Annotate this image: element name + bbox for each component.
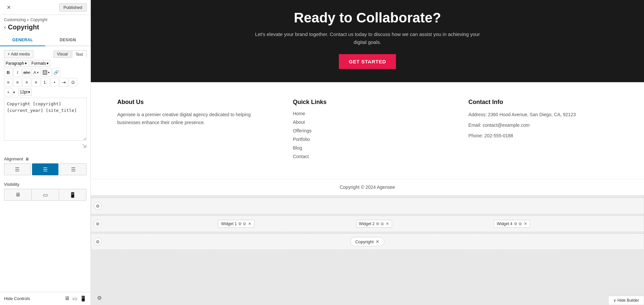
widget-2-close-icon[interactable]: ✕ bbox=[386, 221, 389, 226]
copyright-pill-close-icon[interactable]: ✕ bbox=[376, 239, 379, 244]
list-item: About bbox=[293, 119, 442, 125]
add-media-button[interactable]: + Add media bbox=[4, 50, 33, 58]
visibility-label-text: Visibility bbox=[4, 182, 19, 187]
published-button[interactable]: Published bbox=[59, 3, 87, 12]
widget-1-gear-icon[interactable]: ⚙ bbox=[238, 221, 242, 226]
footer-link-home[interactable]: Home bbox=[293, 111, 305, 116]
paragraph-arrow-icon: ▾ bbox=[25, 61, 27, 66]
footer-link-offerings[interactable]: Offerings bbox=[293, 128, 312, 133]
builder-copyright-row: ⚙ Copyright ✕ bbox=[91, 233, 644, 250]
ordered-list-button[interactable]: 1. bbox=[41, 78, 50, 86]
visibility-buttons: 🖥 ▭ 📱 bbox=[0, 189, 90, 204]
right-panel: Ready to Collaborate? Let's elevate your… bbox=[91, 0, 644, 305]
formats-select[interactable]: Formats ▾ bbox=[30, 60, 50, 67]
add-row-button[interactable]: + bbox=[4, 88, 13, 96]
align-left-option[interactable]: ☰ bbox=[4, 163, 31, 175]
panel-tabs: GENERAL DESIGN bbox=[0, 34, 90, 46]
footer-bottom: Copyright © 2024 Agensee bbox=[91, 179, 644, 195]
footer-links-list: Home About Offerings Portfolio Blog Cont… bbox=[293, 111, 442, 159]
alignment-buttons: ☰ ☰ ☰ bbox=[0, 163, 90, 179]
formats-arrow-icon: ▾ bbox=[47, 61, 49, 66]
align-justify-button[interactable]: ≡ bbox=[32, 78, 40, 86]
get-started-button[interactable]: GET STARTED bbox=[339, 54, 396, 69]
panel-title-row: ‹ Copyright bbox=[0, 23, 90, 34]
footer-link-about[interactable]: About bbox=[293, 119, 305, 125]
widget-2-duplicate-icon[interactable]: ⧉ bbox=[381, 221, 384, 226]
footer-about-text: Agensee is a premier creative digital ag… bbox=[117, 111, 267, 127]
widget-4-gear-icon[interactable]: ⚙ bbox=[514, 221, 518, 226]
list-item: Offerings bbox=[293, 128, 442, 133]
align-center-option[interactable]: ☰ bbox=[32, 163, 59, 175]
vis-tablet-button[interactable]: ▭ bbox=[31, 189, 59, 201]
builder-copyright-gear[interactable]: ⚙ bbox=[94, 238, 102, 246]
panel-title-text: Copyright bbox=[8, 23, 39, 31]
indent-button[interactable]: ⇥ bbox=[59, 78, 68, 86]
builder-row-2-gear[interactable]: ⚙ bbox=[94, 220, 102, 228]
footer-col-links: Quick Links Home About Offerings Portfol… bbox=[293, 99, 442, 162]
link-button[interactable]: 🔗 bbox=[52, 68, 60, 77]
widget-2-gear-icon[interactable]: ⚙ bbox=[376, 221, 379, 226]
widget-1-close-icon[interactable]: ✕ bbox=[248, 221, 251, 226]
widget-1-duplicate-icon[interactable]: ⧉ bbox=[243, 221, 246, 226]
font-color-button[interactable]: A▾ bbox=[32, 68, 40, 77]
hide-builder-button[interactable]: ∨ Hide Builder bbox=[608, 296, 644, 305]
special-chars-button[interactable]: Ω bbox=[69, 78, 77, 86]
tab-design[interactable]: DESIGN bbox=[45, 34, 90, 46]
align-center-button[interactable]: ≡ bbox=[13, 78, 22, 86]
highlight-color-button[interactable]: A▾ bbox=[41, 68, 52, 77]
bottom-bar: Hide Controls 🖥 ▭ 📱 bbox=[0, 292, 90, 305]
text-toggle-button[interactable]: Text bbox=[72, 51, 87, 58]
widget-4-pill: Widget 4 ⚙ ⧉ ✕ bbox=[494, 220, 530, 228]
resize-handle[interactable]: ⇲ bbox=[4, 143, 87, 149]
unordered-list-button[interactable]: • bbox=[50, 78, 59, 86]
italic-button[interactable]: I bbox=[13, 68, 22, 77]
paragraph-select[interactable]: Paragraph ▾ bbox=[4, 60, 28, 67]
footer-copyright-text: Copyright © 2024 Agensee bbox=[340, 185, 395, 190]
editor-area: + Add media Visual Text Paragraph ▾ Form… bbox=[0, 46, 90, 153]
builder-row-1-gear[interactable]: ⚙ bbox=[94, 202, 102, 210]
visual-toggle-button[interactable]: Visual bbox=[54, 51, 71, 58]
vis-mobile-button[interactable]: 📱 bbox=[59, 189, 87, 201]
toolbar-row-3: + ▾ 12pt ▾ bbox=[4, 88, 87, 96]
hero-title: Ready to Collaborate? bbox=[91, 10, 644, 26]
footer-email: Email: contact@example.com bbox=[468, 121, 618, 129]
widget-4-duplicate-icon[interactable]: ⧉ bbox=[519, 221, 522, 226]
footer-about-heading: About Us bbox=[117, 99, 267, 106]
widget-1-pill: Widget 1 ⚙ ⧉ ✕ bbox=[218, 220, 254, 228]
vis-desktop-button[interactable]: 🖥 bbox=[4, 189, 32, 201]
builder-widgets-row: Widget 1 ⚙ ⧉ ✕ Widget 2 ⚙ ⧉ ✕ Widget 4 ⚙… bbox=[91, 220, 644, 228]
tab-general[interactable]: GENERAL bbox=[0, 34, 45, 46]
visibility-section-label: Visibility bbox=[0, 179, 90, 189]
bottom-mobile-icon[interactable]: 📱 bbox=[80, 295, 87, 302]
strikethrough-button[interactable]: abc bbox=[22, 68, 31, 77]
widget-2-label: Widget 2 bbox=[359, 221, 375, 226]
footer-link-blog[interactable]: Blog bbox=[293, 145, 302, 151]
bold-button[interactable]: B bbox=[4, 68, 13, 77]
text-editor-textarea[interactable] bbox=[4, 98, 87, 141]
list-item: Home bbox=[293, 111, 442, 116]
close-button[interactable]: ✕ bbox=[4, 3, 13, 12]
toolbar-row-2: ≡ ≡ ≡ ≡ 1. • ⇥ Ω bbox=[4, 78, 87, 86]
font-size-value: 12pt bbox=[20, 90, 27, 94]
font-size-select[interactable]: 12pt ▾ bbox=[18, 89, 32, 95]
hide-controls-button[interactable]: Hide Controls bbox=[4, 296, 30, 301]
footer-link-portfolio[interactable]: Portfolio bbox=[293, 137, 310, 142]
editor-toolbar-top: + Add media Visual Text bbox=[4, 50, 87, 58]
footer-link-contact[interactable]: Contact bbox=[293, 154, 309, 159]
left-panel: ✕ Published Customizing ▸ Copyright ‹ Co… bbox=[0, 0, 91, 305]
list-item: Portfolio bbox=[293, 137, 442, 142]
breadcrumb: Customizing ▸ Copyright bbox=[0, 15, 90, 23]
breadcrumb-customizing[interactable]: Customizing bbox=[4, 17, 26, 22]
bottom-tablet-icon[interactable]: ▭ bbox=[72, 295, 77, 302]
bottom-desktop-icon[interactable]: 🖥 bbox=[64, 295, 70, 302]
widget-4-close-icon[interactable]: ✕ bbox=[524, 221, 527, 226]
breadcrumb-copyright[interactable]: Copyright bbox=[30, 17, 47, 22]
list-item: Blog bbox=[293, 145, 442, 151]
back-arrow-button[interactable]: ‹ bbox=[4, 24, 6, 31]
footer-content: About Us Agensee is a premier creative d… bbox=[91, 82, 644, 179]
align-right-button[interactable]: ≡ bbox=[22, 78, 31, 86]
align-left-button[interactable]: ≡ bbox=[4, 78, 13, 86]
breadcrumb-separator: ▸ bbox=[27, 17, 29, 22]
align-right-option[interactable]: ☰ bbox=[60, 163, 87, 175]
builder-settings-gear[interactable]: ⚙ bbox=[95, 293, 104, 302]
